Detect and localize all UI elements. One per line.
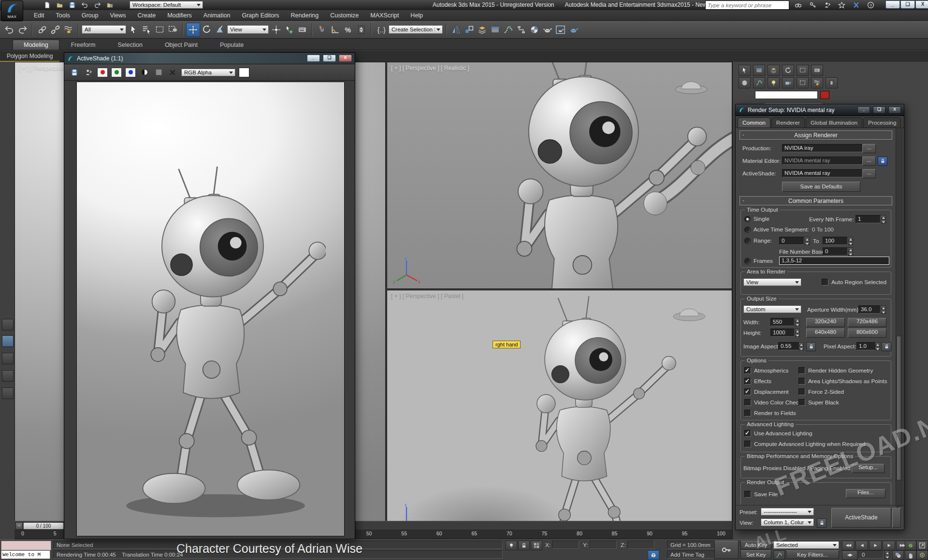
- checkbox[interactable]: [744, 430, 751, 437]
- Graph Editors[interactable]: Graph Editors: [236, 11, 285, 20]
- schematic-view-icon[interactable]: [515, 23, 528, 36]
- lock-view-button[interactable]: [817, 518, 826, 528]
- dialog-minimize-button[interactable]: _: [857, 106, 870, 114]
- percent-snap-toggle-icon[interactable]: [342, 23, 355, 36]
- production-renderer-field[interactable]: NVIDIA iray: [782, 144, 863, 152]
- select-object-icon[interactable]: [127, 23, 140, 36]
- render-setup-title-bar[interactable]: Render Setup: NVIDIA mental ray _ ❏ X: [736, 104, 904, 116]
- utilities-tab-icon[interactable]: [811, 65, 823, 76]
- Tools[interactable]: Tools: [50, 11, 76, 20]
- MAXScript[interactable]: MAXScript: [364, 11, 405, 20]
- second-robot-arm[interactable]: [625, 115, 732, 260]
- pixel-aspect-spinner[interactable]: [875, 342, 880, 350]
- res-720x486-button[interactable]: 720x486: [848, 318, 886, 327]
- Edit[interactable]: Edit: [28, 11, 50, 20]
- key-filters-button[interactable]: Key Filters...: [786, 550, 839, 559]
- alpha-channel-icon[interactable]: [153, 68, 164, 77]
- range-to-field[interactable]: 100: [823, 237, 848, 245]
- Selection[interactable]: Selection: [107, 40, 153, 50]
- clone-window-icon[interactable]: [83, 68, 94, 77]
- open-file-icon[interactable]: [54, 1, 65, 9]
- object-name-field[interactable]: [755, 91, 818, 99]
- active-time-segment-option[interactable]: Active Time Segment:0 To 100: [744, 226, 834, 233]
- object-color-swatch[interactable]: [820, 91, 829, 99]
- aperture-width-field[interactable]: 36.0: [858, 305, 881, 314]
- activeshade-close-button[interactable]: X: [339, 55, 352, 62]
- modify-tab-icon[interactable]: [753, 65, 765, 76]
- save-file-checkbox[interactable]: [744, 491, 751, 498]
- checkbox-option[interactable]: Video Color Check: [744, 399, 801, 406]
- res-320x240-button[interactable]: 320x240: [806, 318, 845, 327]
- width-spinner[interactable]: [795, 318, 800, 326]
- every-nth-spinner[interactable]: [881, 215, 886, 223]
- absolute-mode-transform-icon[interactable]: [531, 541, 542, 550]
- window-crossing-icon[interactable]: [166, 23, 179, 36]
- time-slider-prev-arrow[interactable]: <: [15, 522, 23, 530]
- height-field[interactable]: 1000: [770, 329, 795, 337]
- geometry-category-icon[interactable]: [739, 77, 751, 88]
- select-and-link-icon[interactable]: [36, 23, 49, 36]
- active-time-segment-radio[interactable]: [744, 227, 751, 233]
- Help[interactable]: Help: [405, 11, 429, 20]
- curve-editor-icon[interactable]: [502, 23, 515, 36]
- project-folder-icon[interactable]: [104, 1, 115, 9]
- Populate[interactable]: Populate: [209, 40, 254, 50]
- files-button[interactable]: Files...: [846, 489, 885, 498]
- binoculars-search-icon[interactable]: [793, 1, 803, 9]
- robot-model-pastel[interactable]: [477, 294, 689, 535]
- motion-tab-icon[interactable]: [782, 65, 794, 76]
- orbit-icon[interactable]: [916, 550, 928, 560]
- go-to-start-button[interactable]: ◀◀: [842, 541, 855, 550]
- Rendering[interactable]: Rendering: [285, 11, 325, 20]
- material-browse-button[interactable]: ...: [862, 157, 876, 166]
- render-setup-icon[interactable]: [541, 23, 554, 36]
- previous-frame-button[interactable]: ◀: [856, 541, 868, 550]
- Processing[interactable]: Processing: [863, 117, 901, 128]
- save-file-option[interactable]: Save File: [744, 491, 778, 498]
- y-coordinate-field[interactable]: [590, 541, 617, 549]
- area-to-render-dropdown[interactable]: View: [743, 278, 801, 286]
- named-selection-sets-dropdown[interactable]: Create Selection Se: [389, 25, 443, 34]
- viewport-layout-tab[interactable]: [2, 353, 14, 364]
- file-number-base-field[interactable]: 0: [823, 247, 848, 256]
- save-as-defaults-button[interactable]: Save as Defaults: [782, 182, 860, 192]
- align-icon[interactable]: [463, 23, 476, 36]
- mirror-icon[interactable]: [450, 23, 463, 36]
- rectangular-selection-region-icon[interactable]: [153, 23, 166, 36]
- x-coordinate-field[interactable]: [552, 541, 579, 549]
- checkbox[interactable]: [744, 388, 751, 395]
- res-800x600-button[interactable]: 800x600: [848, 329, 886, 338]
- edit-named-selection-sets-icon[interactable]: [375, 23, 388, 36]
- common-parameters-rollout[interactable]: -Common Parameters: [740, 196, 892, 205]
- activeshade-title-bar[interactable]: ActiveShade (1:1) _ ❏ X: [64, 53, 355, 64]
- angle-snap-toggle-icon[interactable]: [329, 23, 342, 36]
- checkbox-option[interactable]: Atmospherics: [744, 367, 801, 374]
- hierarchy-tab-icon[interactable]: [768, 65, 780, 76]
- unlink-selection-icon[interactable]: [49, 23, 62, 36]
- favorites-star-icon[interactable]: [836, 1, 847, 9]
- maxscript-macro-recorder[interactable]: [1, 541, 51, 550]
- undo-icon[interactable]: [3, 23, 16, 36]
- reference-coordinate-system-dropdown[interactable]: View: [227, 25, 269, 34]
- Customize[interactable]: Customize: [324, 11, 364, 20]
- create-tab-icon[interactable]: [739, 65, 751, 76]
- checkbox-option[interactable]: Super Black: [798, 399, 887, 406]
- undo-scene-icon[interactable]: [79, 1, 90, 9]
- rendered-frame-window-icon[interactable]: [554, 23, 567, 36]
- auto-region-selected-option[interactable]: Auto Region Selected: [822, 279, 886, 286]
- maxscript-mini-listener[interactable]: Welcome to M: [1, 550, 50, 559]
- Modeling[interactable]: Modeling: [13, 40, 59, 50]
- checkbox-option[interactable]: Render Hidden Geometry: [798, 367, 887, 374]
- application-menu-button[interactable]: MAX: [1, 0, 23, 21]
- key-mode-toggle-button[interactable]: ◀▶: [842, 550, 857, 560]
- hat-object[interactable]: [674, 74, 709, 95]
- add-time-tag[interactable]: Add Time Tag: [667, 550, 721, 559]
- checkbox-option[interactable]: Force 2-Sided: [798, 388, 887, 395]
- auto-region-checkbox[interactable]: [822, 279, 828, 286]
- activeshade-render-image[interactable]: [76, 82, 345, 536]
- collapse-icon[interactable]: -: [742, 131, 744, 137]
- viewport-perspective-pastel[interactable]: [ + ] [ Perspective ] [ Pastel ] rght ha…: [387, 290, 732, 535]
- material-editor-icon[interactable]: [528, 23, 541, 36]
- assign-renderer-rollout[interactable]: -Assign Renderer: [740, 130, 892, 140]
- Create[interactable]: Create: [132, 11, 162, 20]
